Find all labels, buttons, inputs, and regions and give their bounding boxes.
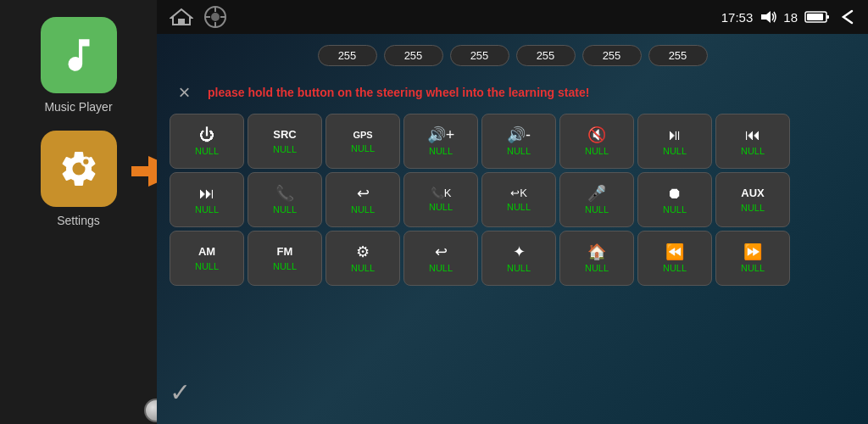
bluetooth-button[interactable]: ✦ NULL [481, 231, 556, 286]
am-button[interactable]: AM NULL [170, 231, 244, 286]
svg-rect-3 [178, 19, 185, 25]
power-button[interactable]: ⏻ NULL [170, 114, 244, 169]
svg-point-1 [83, 159, 88, 165]
record-button[interactable]: ⏺ NULL [637, 172, 712, 227]
music-player-label: Music Player [44, 100, 112, 114]
pill-2: 255 [450, 45, 509, 66]
settings-label: Settings [57, 214, 100, 227]
next-track-button[interactable]: ⏭ NULL [170, 172, 244, 227]
main-area: 17:53 18 255 255 255 255 255 [157, 0, 868, 424]
gear-icon [58, 148, 100, 190]
time-display: 17:53 [721, 10, 754, 25]
pill-5: 255 [648, 45, 708, 66]
instruction-row: × please hold the button on the steering… [170, 75, 855, 109]
return-button[interactable]: ↩ NULL [403, 231, 478, 286]
null-label: NULL [195, 146, 219, 156]
grid-row-1: ⏻ NULL SRC NULL GPS NULL 🔊+ NULL 🔊- [170, 114, 855, 169]
play-pause-button[interactable]: ⏯ NULL [637, 114, 712, 169]
close-button[interactable]: × [170, 77, 199, 107]
vol-up-button[interactable]: 🔊+ NULL [403, 114, 478, 169]
prev-track-button[interactable]: ⏮ NULL [715, 114, 790, 169]
back-k-button[interactable]: ↩K NULL [481, 172, 556, 227]
fm-button[interactable]: FM NULL [248, 231, 322, 286]
grid-row-2: ⏭ NULL 📞 NULL ↩ NULL 📞K NULL ↩K NULL [170, 172, 855, 227]
settings-icon[interactable]: Settings [41, 131, 117, 227]
gps-button[interactable]: GPS NULL [326, 114, 400, 169]
content-area: 255 255 255 255 255 255 × please hold th… [157, 34, 868, 424]
settings-icon-box [41, 131, 117, 207]
call-button[interactable]: 📞 NULL [248, 172, 322, 227]
mute-button[interactable]: 🔇 NULL [559, 114, 634, 169]
svg-rect-13 [807, 14, 823, 20]
call-k-button[interactable]: 📞K NULL [403, 172, 478, 227]
svg-marker-10 [761, 11, 771, 23]
svg-rect-12 [826, 15, 829, 19]
pill-4: 255 [582, 45, 642, 66]
back-call-button[interactable]: ↩ NULL [326, 172, 400, 227]
pill-1: 255 [384, 45, 443, 66]
instruction-text: please hold the button on the steering w… [208, 86, 589, 99]
topbar-nav [170, 5, 227, 29]
sidebar: Music Player Settings [0, 0, 157, 424]
topbar: 17:53 18 [157, 0, 868, 34]
home-ctrl-button[interactable]: 🏠 NULL [559, 231, 634, 286]
mic-button[interactable]: 🎤 NULL [559, 172, 634, 227]
topbar-status: 17:53 18 [721, 8, 855, 26]
button-grid: ⏻ NULL SRC NULL GPS NULL 🔊+ NULL 🔊- [170, 114, 855, 286]
aux-button[interactable]: AUX NULL [715, 172, 790, 227]
grid-row-3: AM NULL FM NULL ⚙ NULL ↩ NULL ✦ NULL [170, 231, 855, 286]
svg-point-5 [211, 13, 220, 21]
battery-icon [804, 9, 830, 25]
pill-3: 255 [516, 45, 576, 66]
volume-level: 18 [783, 10, 798, 25]
back-icon[interactable] [837, 8, 855, 26]
src-button[interactable]: SRC NULL [248, 114, 322, 169]
music-note-icon [58, 34, 100, 76]
settings-ctrl-button[interactable]: ⚙ NULL [326, 231, 400, 286]
fast-forward-button[interactable]: ⏩ NULL [715, 231, 790, 286]
music-player-icon-box [41, 17, 117, 93]
pill-row: 255 255 255 255 255 255 [170, 41, 855, 70]
music-player-icon[interactable]: Music Player [41, 17, 117, 114]
pill-0: 255 [318, 45, 377, 66]
volume-icon [760, 9, 776, 25]
vol-down-button[interactable]: 🔊- NULL [481, 114, 556, 169]
rewind-button[interactable]: ⏪ NULL [637, 231, 712, 286]
confirm-button[interactable]: ✓ [170, 377, 191, 407]
home-icon[interactable] [170, 8, 193, 26]
round-menu-icon[interactable] [203, 5, 227, 29]
